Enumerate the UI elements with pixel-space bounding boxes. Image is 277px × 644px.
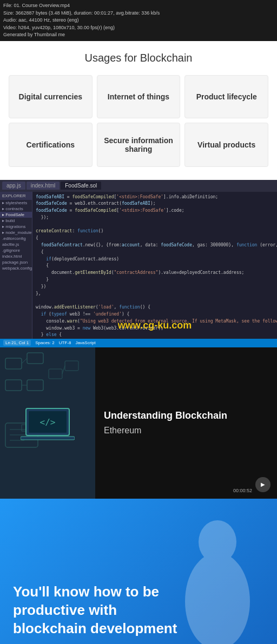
tree-item-webpack[interactable]: webpack.config.js [0,265,32,271]
file-info-line5: Generated by Thumbnail me [3,31,274,39]
tree-item-stylesheets[interactable]: ▸ stylesheets [0,200,32,206]
grid-item-virtual-products[interactable]: Virtual products [184,123,268,167]
vscode-editor[interactable]: foodSafeABI = foodSafeCompiled['<stdin>:… [32,192,277,347]
video-section: </> Understanding Blockchain Ethereum ▶ … [0,347,277,499]
vscode-spaces: Spaces: 2 [35,340,55,345]
vscode-section: app.js index.html FoodSafe.sol EXPLORER … [0,180,277,347]
svg-rect-1 [27,353,43,364]
tree-item-editorconfig[interactable]: .editorconfig [0,236,32,242]
svg-rect-17 [21,437,75,440]
usages-section: Usages for Blockchain Digital currencies… [0,41,277,180]
svg-line-2 [22,358,27,364]
vscode-tab-index[interactable]: index.html [27,182,60,190]
file-info-bar: File: 01. Course Overview.mp4 Size: 3662… [0,0,277,41]
vscode-line-col: Ln 21, Col 1 [3,340,31,346]
grid-item-internet-of-things[interactable]: Internet of things [97,75,181,118]
tree-item-gitignore[interactable]: .gitignore [0,247,32,253]
svg-rect-3 [5,380,22,391]
tree-item-indexhtml[interactable]: index.html [0,253,32,259]
video-thumbnail-left: </> [0,347,95,499]
video-subtitle: Ethereum [104,426,268,435]
svg-rect-4 [27,380,43,391]
vscode-encoding: UTF-8 [59,340,71,345]
vscode-statusbar: Ln 21, Col 1 Spaces: 2 UTF-8 JavaScript [0,339,277,347]
tree-item-foodsafe[interactable]: ▸ FoodSafe [0,212,32,218]
tree-item-contracts[interactable]: ▸ contracts [0,206,32,212]
video-title: Understanding Blockchain [104,410,268,421]
grid-item-secure-sharing[interactable]: Secure information sharing [97,123,181,167]
cta-section: You'll know how to be productive with bl… [0,499,277,645]
svg-line-8 [62,366,65,374]
vscode-tab-foodsafe[interactable]: FoodSafe.sol [61,182,101,190]
play-button[interactable]: ▶ [255,477,271,492]
svg-point-19 [185,553,250,645]
file-info-line3: Audio: aac, 44100 Hz, stereo (eng) [3,17,274,24]
svg-rect-7 [65,361,78,371]
vscode-body: EXPLORER ▸ stylesheets ▸ contracts ▸ Foo… [0,192,277,347]
tree-item-packagejson[interactable]: package.json [0,259,32,265]
tree-item-node-modules[interactable]: ▸ node_modules [0,230,32,236]
file-info-line2: Size: 3662887 bytes (3.48 MiB), duration… [3,10,274,17]
vscode-sidebar: EXPLORER ▸ stylesheets ▸ contracts ▸ Foo… [0,192,32,347]
grid-item-product-lifecycle[interactable]: Product lifecycle [184,75,268,118]
watermark: www.cg-ku.com [118,320,192,331]
tree-item-abcfile[interactable]: abcfile.js [0,242,32,247]
video-duration: 00:00:52 [233,488,252,493]
grid-item-digital-currencies[interactable]: Digital currencies [9,75,93,118]
usages-grid: Digital currencies Internet of things Pr… [9,75,268,167]
vscode-topbar: app.js index.html FoodSafe.sol [0,180,277,192]
laptop-icon: </> [21,404,75,442]
cta-text: You'll know how to be productive with bl… [13,583,186,638]
svg-rect-6 [49,369,62,379]
vscode-sidebar-header: EXPLORER [0,192,32,200]
video-info: Understanding Blockchain Ethereum [95,347,277,499]
vscode-tab-appjs[interactable]: app.js [2,182,25,190]
file-info-line4: Video: h264, yuv420p, 1080x710, 30.00 fp… [3,24,274,32]
svg-rect-0 [5,358,22,369]
grid-item-certifications[interactable]: Certifications [9,123,93,167]
file-info-line1: File: 01. Course Overview.mp4 [3,2,274,10]
vscode-filetype: JavaScript [75,340,95,345]
usages-title: Usages for Blockchain [9,52,268,64]
tree-item-migrations[interactable]: ▸ migrations [0,224,32,230]
tree-item-build[interactable]: ▸ build [0,218,32,224]
svg-text:</>: </> [40,417,56,427]
